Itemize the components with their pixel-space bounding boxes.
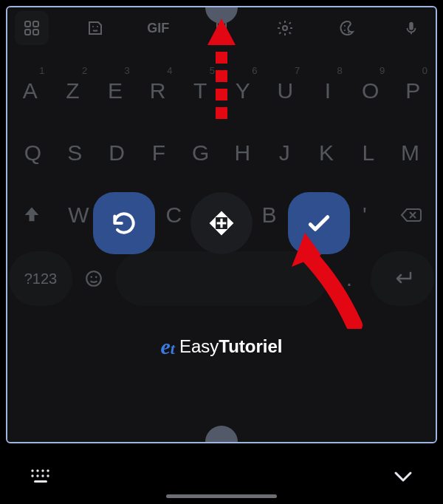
svg-rect-12 — [409, 22, 413, 30]
svg-point-8 — [283, 26, 287, 30]
svg-point-24 — [41, 469, 44, 471]
gesture-pill[interactable] — [166, 494, 277, 498]
svg-point-25 — [47, 469, 49, 471]
svg-point-9 — [344, 25, 346, 27]
key-f[interactable]: F — [138, 124, 179, 182]
key-z[interactable]: 2Z — [52, 62, 94, 120]
svg-point-11 — [348, 32, 349, 33]
symbols-key[interactable]: ?123 — [9, 251, 72, 306]
key-q[interactable]: Q — [13, 124, 53, 182]
sticker-icon[interactable] — [78, 11, 112, 45]
key-i[interactable]: 8I — [307, 62, 348, 120]
svg-point-10 — [344, 30, 346, 31]
svg-point-27 — [36, 474, 38, 477]
move-button[interactable] — [190, 192, 253, 254]
key-r[interactable]: 4R — [137, 62, 179, 120]
reset-button[interactable] — [93, 192, 155, 254]
annotation-arrow-confirm — [292, 233, 373, 332]
key-k[interactable]: K — [306, 124, 347, 182]
annotation-arrow-up — [203, 18, 240, 129]
svg-point-5 — [97, 26, 98, 27]
key-e[interactable]: 3E — [95, 62, 136, 120]
key-m[interactable]: M — [390, 124, 430, 182]
apps-icon[interactable] — [15, 11, 49, 45]
svg-rect-18 — [216, 70, 227, 82]
key-l[interactable]: L — [348, 124, 388, 182]
svg-marker-16 — [207, 18, 236, 45]
svg-rect-19 — [216, 89, 227, 101]
key-j[interactable]: J — [264, 124, 305, 182]
svg-point-4 — [92, 26, 94, 27]
svg-point-14 — [90, 276, 92, 279]
svg-point-22 — [31, 469, 33, 471]
svg-point-23 — [36, 469, 38, 471]
key-s[interactable]: S — [55, 124, 95, 182]
system-navbar — [0, 452, 443, 504]
key-g[interactable]: G — [180, 124, 221, 182]
svg-rect-3 — [33, 30, 38, 35]
svg-point-29 — [47, 474, 49, 477]
watermark: et EasyTutoriel — [160, 334, 282, 359]
settings-icon[interactable] — [268, 11, 302, 45]
gif-button[interactable]: GIF — [141, 11, 175, 45]
svg-point-26 — [31, 474, 33, 477]
key-o[interactable]: 9O — [350, 62, 391, 120]
keyboard-switch-icon[interactable] — [30, 469, 53, 488]
key-a[interactable]: 1A — [10, 62, 51, 120]
shift-key[interactable] — [9, 192, 55, 238]
key-h[interactable]: H — [222, 124, 263, 182]
mic-icon[interactable] — [394, 11, 428, 45]
emoji-key[interactable] — [73, 251, 114, 306]
backspace-key[interactable] — [388, 192, 434, 238]
svg-rect-17 — [216, 52, 227, 64]
resize-handle-bottom[interactable] — [205, 426, 238, 442]
svg-rect-0 — [25, 21, 30, 27]
svg-rect-30 — [34, 480, 47, 483]
svg-rect-2 — [25, 30, 30, 35]
svg-point-28 — [41, 474, 44, 477]
collapse-keyboard-icon[interactable] — [393, 470, 413, 486]
enter-key[interactable] — [371, 251, 434, 306]
key-d[interactable]: D — [97, 124, 137, 182]
svg-point-13 — [86, 271, 101, 286]
key-p[interactable]: 0P — [392, 62, 433, 120]
theme-icon[interactable] — [331, 11, 365, 45]
svg-rect-20 — [216, 107, 227, 119]
svg-point-15 — [95, 276, 97, 279]
key-u[interactable]: 7U — [265, 62, 306, 120]
svg-rect-1 — [33, 21, 38, 27]
